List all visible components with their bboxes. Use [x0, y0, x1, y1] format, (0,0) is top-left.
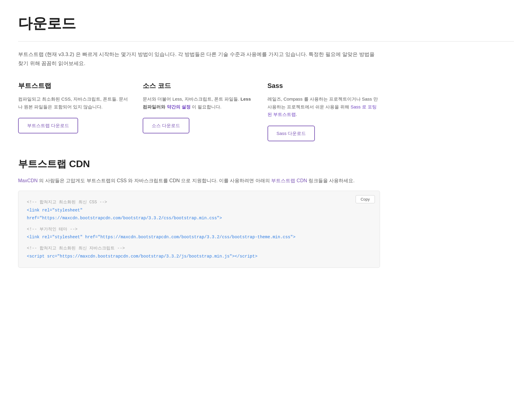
intro-text: 부트스트랩 (현재 v3.3.2) 은 빠르게 시작하는 몇가지 방법이 있습니…: [18, 50, 380, 68]
source-card-desc: 문서와 더불어 Less, 자바스크립트, 폰트 파일들. Less 컴파일러와…: [143, 95, 255, 111]
code-line-1: <link rel="stylesheet": [27, 206, 371, 214]
cdn-description: MaxCDN 의 사람들은 고맙게도 부트스트랩의 CSS 와 자바스크립트를 …: [18, 177, 514, 185]
source-desc-link[interactable]: 약간의 설정: [167, 104, 191, 109]
code-comment-1: <!-- 합쳐지고 최소화된 최신 CSS -->: [27, 198, 371, 206]
source-card: 소스 코드 문서와 더불어 Less, 자바스크립트, 폰트 파일들. Less…: [143, 80, 255, 141]
source-desc-suffix: 이 필요합니다.: [192, 104, 221, 109]
cdn-link[interactable]: 부트스트랩 CDN: [271, 178, 307, 183]
bootstrap-download-button[interactable]: 부트스트랩 다운로드: [18, 118, 78, 133]
code-spacer-2: [27, 241, 371, 244]
maxcdn-link[interactable]: MaxCDN: [18, 178, 38, 183]
cdn-desc-prefix: 의 사람들은 고맙게도 부트스트랩의 CSS 와 자바스크립트를 CDN 으로 …: [39, 178, 271, 183]
code-comment-2: <!-- 부가적인 테마 -->: [27, 225, 371, 233]
title-divider: [18, 41, 514, 42]
code-line-4: <script src="https://maxcdn.bootstrapcdn…: [27, 252, 371, 261]
bootstrap-card-title: 부트스트랩: [18, 80, 131, 91]
cdn-code-block: Copy <!-- 합쳐지고 최소화된 최신 CSS --> <link rel…: [18, 191, 380, 268]
sass-card: Sass 레일즈, Compass 를 사용하는 프로젝트이거나 Sass 만 …: [268, 80, 380, 141]
download-cards-grid: 부트스트랩 컴파일되고 최소화된 CSS, 자바스크립트, 폰트들. 문서나 원…: [18, 80, 380, 141]
sass-download-button[interactable]: Sass 다운로드: [268, 126, 315, 141]
page-title: 다운로드: [18, 12, 514, 35]
cdn-desc-suffix: 링크들을 사용하세요.: [309, 178, 355, 183]
sass-card-desc: 레일즈, Compass 를 사용하는 프로젝트이거나 Sass 만 사용하는 …: [268, 95, 380, 118]
sass-card-title: Sass: [268, 80, 380, 91]
code-spacer-1: [27, 222, 371, 225]
sass-desc-suffix: .: [296, 112, 297, 117]
bootstrap-card-desc: 컴파일되고 최소화된 CSS, 자바스크립트, 폰트들. 문서나 원본 파일들은…: [18, 95, 131, 111]
source-download-button[interactable]: 소스 다운로드: [143, 118, 189, 133]
cdn-section-title: 부트스트랩 CDN: [18, 156, 514, 172]
code-line-2: href="https://maxcdn.bootstrapcdn.com/bo…: [27, 214, 371, 222]
code-comment-3: <!-- 합쳐지고 최소화된 최신 자바스크립트 -->: [27, 244, 371, 252]
source-desc-plain: 문서와 더불어 Less, 자바스크립트, 폰트 파일들.: [143, 96, 239, 102]
bootstrap-card: 부트스트랩 컴파일되고 최소화된 CSS, 자바스크립트, 폰트들. 문서나 원…: [18, 80, 131, 141]
code-line-3: <link rel="stylesheet" href="https://max…: [27, 233, 371, 241]
source-card-title: 소스 코드: [143, 80, 255, 91]
copy-button[interactable]: Copy: [356, 195, 375, 203]
